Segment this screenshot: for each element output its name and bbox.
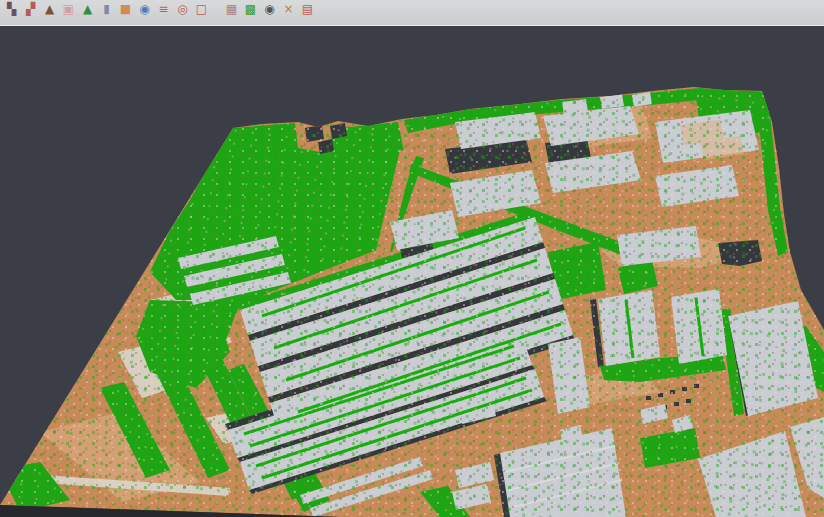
profile-view-icon[interactable]: ▮ bbox=[98, 1, 115, 18]
surface-model-icon[interactable]: ▲ bbox=[79, 1, 96, 18]
grid-icon[interactable]: ▦ bbox=[223, 1, 240, 18]
display-settings-icon[interactable]: ≡ bbox=[155, 1, 172, 18]
orthophoto-icon[interactable]: ■ bbox=[117, 1, 134, 18]
target-icon[interactable]: ◎ bbox=[174, 1, 191, 18]
camera-icon[interactable]: ◉ bbox=[261, 1, 278, 18]
zoom-extents-icon[interactable]: □ bbox=[193, 1, 210, 18]
globe-icon[interactable]: ◉ bbox=[136, 1, 153, 18]
open-file-icon[interactable]: ▚ bbox=[3, 1, 20, 18]
import-cloud-icon[interactable]: ▞ bbox=[22, 1, 39, 18]
viewport-3d[interactable] bbox=[0, 0, 824, 517]
snapshot-icon[interactable]: ▣ bbox=[60, 1, 77, 18]
terrain-icon[interactable]: ▲ bbox=[41, 1, 58, 18]
layers-icon[interactable]: ▤ bbox=[299, 1, 316, 18]
measure-icon[interactable]: × bbox=[280, 1, 297, 18]
toolbar: ▚▞▲▣▲▮■◉≡◎□▦▩◉×▤ bbox=[0, 0, 824, 26]
classification-colors-icon[interactable]: ▩ bbox=[242, 1, 259, 18]
